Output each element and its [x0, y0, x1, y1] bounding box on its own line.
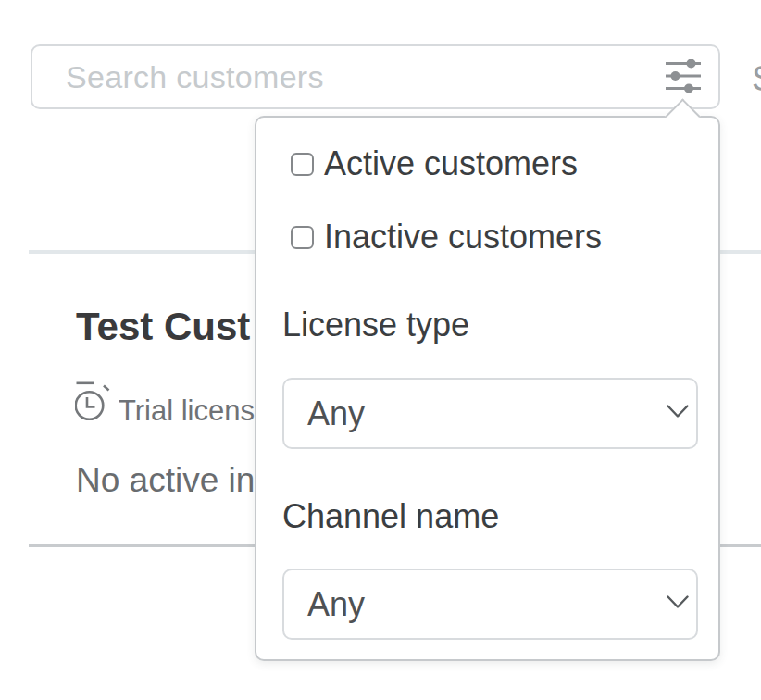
search-input[interactable]: [32, 46, 718, 107]
sliders-icon: [665, 59, 702, 95]
channel-name-label: Channel name: [282, 497, 499, 536]
license-type-select[interactable]: Any: [282, 378, 698, 449]
checkbox-label: Active customers: [324, 144, 578, 183]
license-badge-text: Trial licens: [119, 394, 255, 428]
select-value: Any: [307, 585, 365, 624]
customer-title: Test Cust: [76, 305, 250, 349]
filter-popover: Active customers Inactive customers Lice…: [255, 116, 720, 661]
inactive-customers-row[interactable]: Inactive customers: [291, 218, 602, 256]
stopwatch-icon: [75, 381, 110, 425]
filter-button[interactable]: [657, 53, 709, 101]
active-customers-row[interactable]: Active customers: [291, 144, 578, 183]
inactive-customers-checkbox[interactable]: [291, 226, 314, 249]
customer-status-text: No active in: [76, 461, 255, 500]
active-customers-checkbox[interactable]: [291, 153, 314, 176]
channel-name-select[interactable]: Any: [282, 569, 698, 640]
checkbox-label: Inactive customers: [324, 218, 602, 256]
chevron-down-icon: [667, 595, 689, 613]
license-type-label: License type: [282, 306, 469, 344]
search-box: [31, 44, 720, 109]
select-value: Any: [307, 394, 365, 433]
chevron-down-icon: [667, 405, 689, 422]
clipped-right-label: S: [752, 59, 761, 99]
